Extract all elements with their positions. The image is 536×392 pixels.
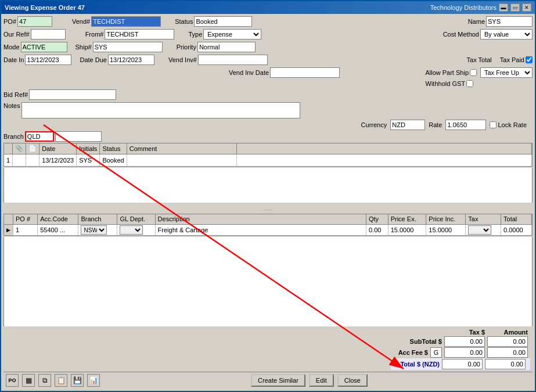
po-table: PO # Acc.Code Branch GL Dept. Descriptio…: [4, 214, 532, 236]
price-inc-cell: 15.0000: [426, 225, 466, 236]
vend-inv-field[interactable]: [198, 55, 268, 65]
notes-label: Notes: [3, 102, 20, 109]
tax-total-label: Tax Total: [467, 56, 492, 63]
total-cell: 0.0000: [501, 225, 532, 236]
col-tax: Tax: [466, 214, 501, 225]
col-price-inc: Price Inc.: [426, 214, 466, 225]
col-rownum: [4, 143, 13, 154]
ship-field[interactable]: [93, 42, 163, 52]
vend-inv-date-field[interactable]: [270, 67, 340, 78]
acc-fee-tax-input[interactable]: [444, 347, 485, 358]
totals-section: Tax $ Amount SubTotal $ Acc Fee $ Total …: [3, 329, 533, 371]
footer-row: PO ▦ ⧉ 📋 💾 📊 Create Similar Edit Close: [3, 372, 533, 389]
po-field[interactable]: [17, 16, 52, 27]
window-title: Viewing Expense Order 47: [5, 4, 85, 11]
tax-paid-checkbox[interactable]: [526, 56, 533, 63]
bid-ref-field[interactable]: [29, 89, 116, 100]
col-indicator: [4, 214, 13, 225]
gl-dept-cell: [117, 225, 155, 236]
total-nzd-amount-input[interactable]: [485, 359, 526, 369]
date-due-field[interactable]: [108, 55, 154, 65]
priority-label: Priority: [177, 44, 196, 51]
lock-rate-checkbox[interactable]: [490, 121, 497, 128]
description-cell: Freight & Cartage: [155, 225, 366, 236]
create-similar-button[interactable]: Create Similar: [251, 374, 305, 387]
gl-dept-select[interactable]: [120, 225, 143, 235]
form-row-7: Bid Ref#: [3, 89, 533, 100]
date-in-field[interactable]: [25, 55, 71, 65]
type-select[interactable]: Expense: [203, 29, 261, 39]
branch-field-2[interactable]: [55, 131, 102, 142]
withhold-gst-checkbox[interactable]: [466, 80, 473, 87]
form-row-5: Vend Inv Date Allow Part Ship Tax Free U…: [3, 67, 533, 78]
status-table: 📎 📄 Date Initials Status Comment 1: [4, 143, 532, 166]
col-comment: Comment: [127, 143, 236, 154]
tax-free-up-select[interactable]: Tax Free Up: [480, 67, 533, 78]
acc-fee-amount-input[interactable]: [487, 347, 528, 358]
name-field[interactable]: [486, 16, 533, 27]
status-label: Status: [175, 18, 193, 25]
title-bar-controls: Technology Distributors ▬ ▭ ✕: [430, 3, 531, 12]
table-row: ▶ 1 55400 ... NSW F: [4, 225, 532, 236]
vend-label: Vend#: [72, 18, 90, 25]
col-date: Date: [39, 143, 77, 154]
allow-part-ship-checkbox[interactable]: [470, 69, 477, 76]
our-ref-field[interactable]: [31, 29, 66, 39]
currency-label: Currency: [361, 121, 387, 128]
from-field[interactable]: [105, 29, 174, 39]
po-table-header: PO # Acc.Code Branch GL Dept. Descriptio…: [4, 214, 532, 225]
status-table-header: 📎 📄 Date Initials Status Comment: [4, 143, 532, 154]
branch-cell: NSW: [78, 225, 117, 236]
total-nzd-label: Total $ (NZD): [393, 361, 440, 368]
branch-field[interactable]: [25, 131, 54, 142]
minimize-button[interactable]: ▬: [499, 3, 508, 12]
mode-label: Mode: [3, 44, 20, 51]
allow-part-ship-label: Allow Part Ship: [425, 69, 477, 76]
rate-field[interactable]: [445, 120, 486, 130]
po-num-cell: 1: [13, 225, 38, 236]
edit-button[interactable]: Edit: [309, 374, 334, 387]
amount-header: Amount: [487, 329, 528, 336]
subtotal-amount-input[interactable]: [487, 336, 528, 347]
col-gl-dept: GL Dept.: [117, 214, 155, 225]
comment-cell[interactable]: [127, 154, 236, 166]
notes-field[interactable]: [21, 102, 300, 118]
date-in-label: Date In: [3, 56, 24, 63]
initials-cell: SYS: [77, 154, 100, 166]
branch-select[interactable]: NSW: [81, 225, 107, 235]
vend-inv-label: Vend Inv#: [168, 56, 197, 63]
qty-cell: 0.00: [366, 225, 388, 236]
col-status: Status: [100, 143, 127, 154]
maximize-button[interactable]: ▭: [510, 3, 520, 12]
po-icon[interactable]: PO: [6, 374, 19, 387]
tax-cell: [466, 225, 501, 236]
col-total: Total: [501, 214, 532, 225]
acc-fee-label: Acc Fee $: [382, 349, 428, 356]
col-po-num: PO #: [13, 214, 38, 225]
footer-buttons: Create Similar Edit Close: [251, 374, 368, 387]
price-ex-cell: 15.0000: [388, 225, 426, 236]
copy-icon[interactable]: ⧉: [38, 374, 51, 387]
chart-icon[interactable]: 📊: [87, 374, 100, 387]
po-label: PO#: [3, 18, 16, 25]
footer-icons: PO ▦ ⧉ 📋 💾 📊: [6, 374, 100, 387]
cost-method-select[interactable]: By value: [480, 29, 533, 39]
mode-field[interactable]: [21, 42, 67, 52]
tax-select[interactable]: [468, 225, 491, 235]
from-label: From#: [85, 31, 104, 38]
paste-icon[interactable]: 📋: [55, 374, 67, 387]
currency-field[interactable]: [390, 120, 425, 130]
withhold-gst-label: Withhold GST: [426, 80, 473, 87]
acc-fee-g-input[interactable]: [430, 347, 442, 358]
vend-field[interactable]: [91, 16, 161, 27]
total-nzd-tax-input[interactable]: [442, 359, 483, 369]
close-window-button[interactable]: ✕: [522, 3, 531, 12]
table-row: 1 13/12/2023 SYS Booked: [4, 154, 532, 166]
close-button[interactable]: Close: [337, 374, 368, 387]
subtotal-tax-input[interactable]: [444, 336, 485, 347]
save-icon[interactable]: 💾: [71, 374, 84, 387]
po-lines-table: PO # Acc.Code Branch GL Dept. Descriptio…: [3, 214, 533, 236]
status-field: [194, 16, 252, 27]
grid-icon[interactable]: ▦: [22, 374, 35, 387]
subtotal-label: SubTotal $: [395, 338, 442, 345]
